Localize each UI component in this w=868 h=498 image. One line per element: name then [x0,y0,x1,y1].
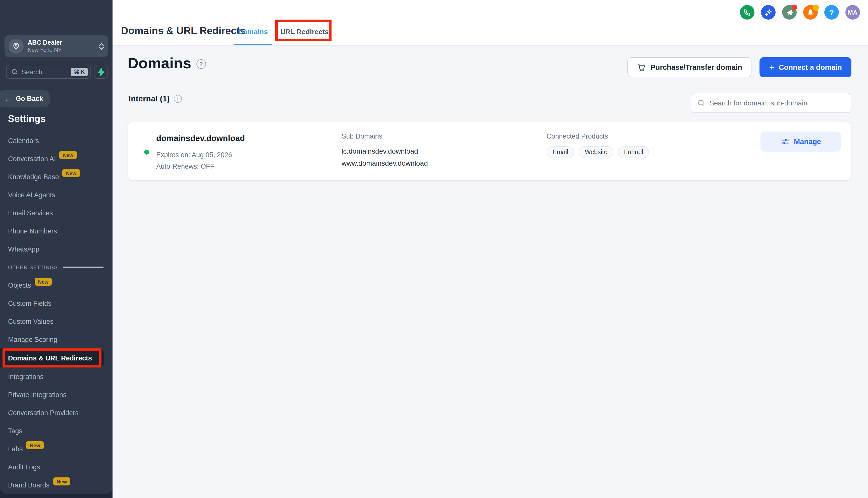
page-header-title: Domains & URL Redirects [121,25,245,37]
announcements-button[interactable] [782,5,797,19]
location-pin-icon [9,39,24,54]
chevron-up-down-icon [99,43,104,50]
account-name: ABC Dealer [28,39,99,47]
main-content: Domains ? Purchase/Transfer domain + Con… [113,46,868,498]
subdomains-label: Sub Domains [341,132,382,140]
other-settings-divider: OTHER SETTINGS [0,258,113,276]
sidebar-item-private-integrations[interactable]: Private Integrations [0,385,113,404]
avatar-initials: MA [848,9,858,16]
status-dot-green [144,149,149,155]
new-badge: New [60,151,77,159]
sidebar-item-integrations[interactable]: Integrations [0,367,113,385]
page-title: Domains [128,55,191,72]
settings-heading: Settings [8,114,46,124]
subdomain-value: lc.domainsdev.download [341,147,418,155]
domain-auto-renew: Auto-Renews: OFF [156,163,214,170]
question-mark-icon: ? [829,8,834,16]
sidebar-search-placeholder: Search [22,68,67,76]
notifications-button[interactable] [803,5,818,19]
subdomain-value: www.domainsdev.download [341,159,428,167]
sparkles-icon [764,8,772,16]
avatar[interactable]: MA [845,5,860,19]
account-switcher[interactable]: ABC Dealer New York, NY [4,35,108,57]
account-location: New York, NY [28,47,99,53]
sidebar-item-labs[interactable]: LabsNew [0,440,113,458]
help-button[interactable]: ? [824,5,839,19]
bell-icon [807,9,814,16]
sidebar-item-conversation-ai[interactable]: Conversation AINew [0,149,113,168]
active-tab-underline [234,44,272,45]
info-circle-icon[interactable]: i [174,95,182,103]
search-icon [11,68,18,75]
sidebar-item-whatsapp[interactable]: WhatsApp [0,240,113,258]
sidebar-panel: ABC Dealer New York, NY Search ⌘ K [0,0,113,494]
sidebar-item-objects[interactable]: ObjectsNew [0,276,113,294]
topbar-icons: ? MA [740,5,860,19]
sidebar-item-conversation-providers[interactable]: Conversation Providers [0,404,113,422]
connect-domain-label: Connect a domain [779,63,842,71]
ai-assistant-button[interactable] [761,5,776,19]
quick-actions-button[interactable] [94,65,108,79]
connect-a-domain-button[interactable]: + Connect a domain [760,57,852,77]
sliders-icon [780,137,789,146]
manage-label: Manage [794,137,821,146]
sidebar-item-custom-fields[interactable]: Custom Fields [0,294,113,312]
tab-bar: Domains URL Redirects [238,20,329,45]
domain-search-input[interactable]: Search for domain, sub-domain [691,93,852,113]
domain-search-placeholder: Search for domain, sub-domain [709,99,807,107]
domain-card: domainsdev.download Expires on: Aug 05, … [128,121,852,181]
phone-icon [743,9,751,16]
sidebar-item-phone-numbers[interactable]: Phone Numbers [0,222,113,240]
keyboard-shortcut-badge: ⌘ K [71,67,88,76]
product-pill-website[interactable]: Website [579,146,613,158]
product-pill-funnel[interactable]: Funnel [618,146,649,158]
notification-dot-red [792,4,797,10]
app-root: ABC Dealer New York, NY Search ⌘ K [0,0,868,498]
tab-domains[interactable]: Domains [238,28,268,45]
go-back-button[interactable]: ← Go Back [0,90,50,107]
cart-icon [637,63,646,72]
sidebar-search-input[interactable]: Search ⌘ K [6,65,91,79]
sidebar-item-calendars[interactable]: Calendars [0,132,113,149]
sidebar-item-audit-logs[interactable]: Audit Logs [0,458,113,476]
go-back-label: Go Back [16,95,43,102]
domain-expiry: Expires on: Aug 05, 2026 [156,151,232,159]
new-badge: New [35,278,52,286]
sidebar-item-tags[interactable]: Tags [0,422,113,440]
sidebar-item-knowledge-base[interactable]: Knowledge BaseNew [0,168,113,186]
sidebar-item-email-services[interactable]: Email Services [0,204,113,222]
product-pill-email[interactable]: Email [546,146,574,158]
connected-products-label: Connected Products [546,132,608,140]
internal-section-row: Internal (1) i [129,94,182,103]
sidebar-search-row: Search ⌘ K [6,65,108,79]
phone-button[interactable] [740,5,754,19]
page-header: Domains & URL Redirects Domains URL Redi… [113,0,868,46]
new-badge: New [53,477,70,485]
new-badge: New [26,441,44,449]
help-circle-icon[interactable]: ? [196,59,206,69]
sidebar-item-brand-boards[interactable]: Brand BoardsNew [0,476,113,494]
lightning-bolt-icon [98,68,104,76]
divider-line [63,267,103,267]
search-icon [697,99,705,107]
megaphone-icon [785,8,793,16]
plus-icon: + [769,63,774,71]
purchase-transfer-domain-button[interactable]: Purchase/Transfer domain [627,57,752,77]
other-settings-label: OTHER SETTINGS [8,264,58,270]
sidebar-item-manage-scoring[interactable]: Manage Scoring [0,330,113,349]
account-text: ABC Dealer New York, NY [28,39,99,53]
tab-url-redirects[interactable]: URL Redirects [280,28,328,45]
sidebar-item-domains-url-redirects[interactable]: Domains & URL Redirects [0,349,104,367]
settings-nav: Calendars Conversation AINew Knowledge B… [0,132,113,494]
sidebar: ABC Dealer New York, NY Search ⌘ K [0,0,113,498]
back-arrow-icon: ← [4,94,12,103]
connected-products-pills: Email Website Funnel [546,146,649,158]
new-badge: New [63,169,80,177]
sidebar-item-custom-values[interactable]: Custom Values [0,312,113,330]
domain-action-buttons: Purchase/Transfer domain + Connect a dom… [627,57,852,77]
notification-dot-amber [813,4,819,11]
internal-section-title: Internal (1) [129,94,170,103]
manage-button[interactable]: Manage [761,132,841,152]
sidebar-item-voice-ai-agents[interactable]: Voice AI Agents [0,186,113,204]
purchase-transfer-label: Purchase/Transfer domain [651,63,742,71]
